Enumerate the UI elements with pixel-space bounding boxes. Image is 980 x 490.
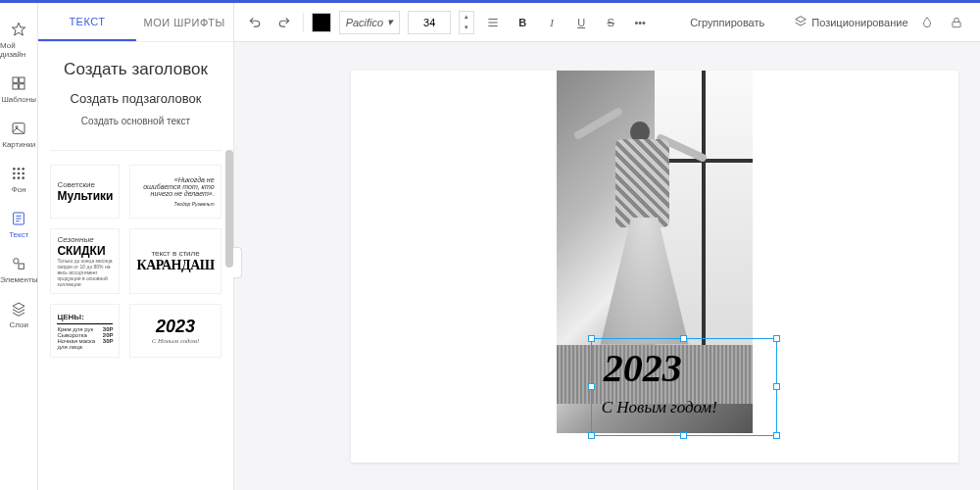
svg-point-10 — [18, 172, 21, 175]
underline-button[interactable]: U — [570, 12, 592, 33]
rail-label: Мой дизайн — [0, 41, 37, 59]
left-rail: Мой дизайн Шаблоны Картинки Фон Текст Эл… — [0, 3, 38, 490]
grid-icon — [10, 165, 27, 182]
layers-icon — [10, 300, 27, 318]
tab-text[interactable]: ТЕКСТ — [38, 3, 135, 41]
svg-rect-3 — [20, 84, 24, 89]
editor-toolbar: Pacifico▾ ▴▾ B I U S ••• Сгруппировать П… — [234, 3, 980, 42]
font-size-input[interactable] — [408, 11, 451, 34]
layers-icon — [794, 15, 808, 30]
step-up[interactable]: ▴ — [460, 12, 473, 23]
text-samples: Советские Мультики «Никогда не ошибается… — [38, 157, 232, 366]
chevron-down-icon: ▾ — [387, 16, 393, 28]
tab-myfonts[interactable]: МОИ ШРИФТЫ — [136, 3, 233, 41]
canvas-stage[interactable]: 2023 С Новым годом! — [234, 42, 980, 490]
sample-2023[interactable]: 2023 С Новым годом! — [129, 304, 220, 358]
group-button[interactable]: Сгруппировать — [686, 17, 768, 28]
divider — [50, 150, 220, 151]
create-block: Создать заголовок Создать подзаголовок С… — [38, 42, 232, 144]
rail-text[interactable]: Текст — [0, 202, 37, 247]
font-size-stepper[interactable]: ▴▾ — [459, 11, 474, 34]
rail-label: Слои — [9, 320, 27, 329]
rail-templates[interactable]: Шаблоны — [0, 67, 37, 112]
create-subheading[interactable]: Создать подзаголовок — [50, 91, 220, 106]
italic-button[interactable]: I — [541, 12, 563, 33]
price-row: Ночная маска для лица30Р — [57, 338, 113, 350]
rail-elements[interactable]: Элементы — [0, 247, 37, 292]
rail-my-design[interactable]: Мой дизайн — [0, 13, 37, 67]
rail-label: Элементы — [0, 275, 37, 284]
svg-rect-0 — [13, 77, 18, 82]
bold-button[interactable]: B — [512, 12, 533, 33]
copy-button[interactable] — [975, 12, 980, 33]
image-icon — [10, 120, 27, 137]
strikethrough-button[interactable]: S — [600, 12, 621, 33]
svg-point-12 — [13, 176, 16, 179]
create-body[interactable]: Создать основной текст — [50, 116, 220, 126]
undo-button[interactable] — [244, 12, 266, 33]
star-icon — [10, 21, 27, 38]
step-down[interactable]: ▾ — [460, 23, 473, 33]
sample-quote[interactable]: «Никогда не ошибается тот, кто ничего не… — [129, 165, 220, 219]
svg-rect-17 — [19, 264, 24, 269]
svg-point-8 — [23, 168, 25, 171]
svg-point-11 — [23, 172, 25, 175]
rail-label: Картинки — [2, 140, 35, 149]
font-family-select[interactable]: Pacifico▾ — [339, 11, 401, 34]
text-color-swatch[interactable] — [312, 13, 331, 32]
svg-point-9 — [13, 172, 16, 175]
canvas-area: Pacifico▾ ▴▾ B I U S ••• Сгруппировать П… — [234, 3, 980, 490]
svg-rect-2 — [13, 84, 18, 89]
sample-skidki[interactable]: Сезонные СКИДКИ Только до конца месяца с… — [50, 228, 120, 294]
rail-layers[interactable]: Слои — [0, 292, 37, 337]
position-button[interactable]: Позиционирование — [794, 15, 907, 30]
templates-icon — [10, 74, 27, 92]
sample-karandash[interactable]: текст в стиле КАРАНДАШ — [129, 228, 220, 294]
rail-images[interactable]: Картинки — [0, 112, 37, 157]
more-button[interactable]: ••• — [629, 12, 651, 33]
sample-prices[interactable]: ЦЕНЫ: Крем для рук30Р Сыворотка20Р Ночна… — [50, 304, 120, 358]
svg-point-5 — [16, 126, 18, 128]
rail-label: Текст — [9, 230, 28, 239]
svg-rect-18 — [952, 22, 959, 26]
panel-tabs: ТЕКСТ МОИ ШРИФТЫ — [38, 3, 232, 42]
redo-button[interactable] — [273, 12, 295, 33]
svg-rect-1 — [20, 77, 24, 82]
svg-point-13 — [18, 176, 21, 179]
text-icon — [10, 210, 27, 227]
text-panel: ТЕКСТ МОИ ШРИФТЫ Создать заголовок Созда… — [38, 3, 233, 490]
selection-box[interactable] — [591, 338, 777, 436]
rail-label: Шаблоны — [2, 95, 36, 104]
svg-point-16 — [14, 259, 19, 264]
design-page[interactable]: 2023 С Новым годом! — [351, 71, 958, 463]
align-button[interactable] — [482, 12, 504, 33]
create-heading[interactable]: Создать заголовок — [50, 60, 220, 79]
svg-point-14 — [23, 176, 25, 179]
opacity-button[interactable] — [916, 12, 938, 33]
svg-point-7 — [18, 168, 21, 171]
rail-label: Фон — [12, 185, 26, 194]
shapes-icon — [10, 255, 27, 272]
svg-point-6 — [13, 168, 16, 171]
lock-button[interactable] — [946, 12, 967, 33]
sample-multiki[interactable]: Советские Мультики — [50, 165, 120, 219]
panel-scrollbar[interactable] — [225, 150, 233, 268]
rail-background[interactable]: Фон — [0, 157, 37, 202]
